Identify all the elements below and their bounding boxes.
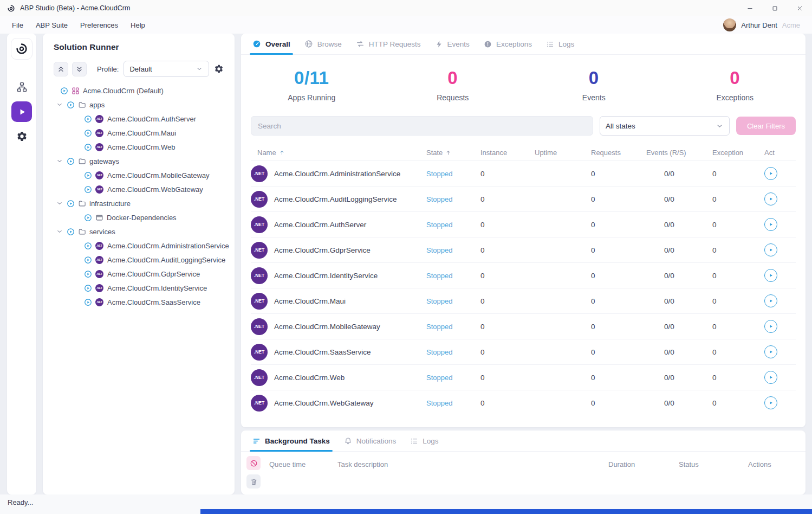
start-app-button[interactable] [764, 243, 777, 256]
start-app-button[interactable] [764, 294, 777, 307]
run-folder-icon[interactable] [67, 101, 75, 109]
tree-folder-infrastructure[interactable]: infrastructure [49, 196, 228, 210]
menu-abp-suite[interactable]: ABP Suite [36, 21, 68, 29]
start-app-button[interactable] [764, 167, 777, 180]
events-value: 0/0 [646, 221, 712, 229]
run-app-icon[interactable] [84, 129, 92, 137]
tree-item-app[interactable]: .NET Acme.CloudCrm.SaasService [49, 295, 228, 309]
tree-folder-services[interactable]: services [49, 224, 228, 239]
tree-item-app[interactable]: .NET Acme.CloudCrm.WebGateway [49, 182, 228, 196]
avatar[interactable] [723, 18, 736, 31]
dotnet-icon: .NET [251, 369, 268, 386]
start-app-button[interactable] [764, 192, 777, 205]
tenant-name: Acme [782, 21, 800, 29]
run-app-icon[interactable] [84, 171, 92, 179]
tree-item-app[interactable]: .NET Acme.CloudCrm.AuthServer [49, 112, 228, 126]
tree-folder-apps[interactable]: apps [49, 98, 228, 112]
profile-settings-button[interactable] [214, 64, 224, 74]
events-value: 0/0 [646, 323, 712, 331]
folder-icon [78, 157, 86, 165]
tree-folder-gateways[interactable]: gateways [49, 154, 228, 168]
run-folder-icon[interactable] [67, 200, 75, 208]
run-app-icon[interactable] [84, 242, 92, 250]
chevron-down-icon[interactable] [56, 228, 63, 235]
start-app-button[interactable] [764, 320, 777, 333]
tree-item-label: Acme.CloudCrm.SaasService [107, 298, 200, 306]
tree-item-label: infrastructure [89, 200, 131, 208]
run-all-icon[interactable] [60, 87, 68, 95]
table-row: .NETAcme.CloudCrm.Maui Stopped 0 0 0/0 0 [251, 288, 796, 313]
chevron-down-icon[interactable] [56, 101, 63, 108]
settings-button[interactable] [16, 131, 28, 142]
tab-label: Exceptions [496, 40, 532, 48]
dotnet-icon: .NET [251, 165, 268, 182]
tab-overall[interactable]: Overall [245, 34, 297, 54]
tab-exceptions[interactable]: Exceptions [477, 34, 539, 54]
profile-select[interactable]: Default [124, 61, 209, 77]
tab-label: Notifications [356, 437, 397, 445]
run-app-icon[interactable] [84, 256, 92, 264]
close-button[interactable] [787, 0, 812, 16]
start-app-button[interactable] [764, 218, 777, 231]
clear-filters-button[interactable]: Clear Filters [736, 117, 796, 135]
column-header-name[interactable]: Name [251, 149, 426, 157]
run-folder-icon[interactable] [67, 157, 75, 165]
tree-item-app[interactable]: .NET Acme.CloudCrm.GdprService [49, 267, 228, 281]
tab-events[interactable]: Events [428, 34, 477, 54]
minimize-button[interactable] [737, 0, 762, 16]
tree-item-app[interactable]: .NET Acme.CloudCrm.AdministrationService [49, 239, 228, 253]
run-app-icon[interactable] [84, 298, 92, 306]
tab-notifications[interactable]: Notifications [337, 431, 404, 451]
tree-item-solution-root[interactable]: Acme.CloudCrm (Default) [49, 83, 228, 98]
tab-bottom-logs[interactable]: Logs [403, 431, 445, 451]
tree-item-app[interactable]: .NET Acme.CloudCrm.IdentityService [49, 281, 228, 295]
requests-value: 0 [591, 297, 646, 305]
column-header-uptime: Uptime [535, 149, 591, 157]
tree-item-app[interactable]: .NET Acme.CloudCrm.Maui [49, 126, 228, 140]
run-app-icon[interactable] [84, 270, 92, 278]
tree-item-app[interactable]: .NET Acme.CloudCrm.AuditLoggingService [49, 253, 228, 267]
tab-label: Browse [317, 40, 342, 48]
menu-help[interactable]: Help [131, 21, 145, 29]
tree-item-app[interactable]: .NET Acme.CloudCrm.MobileGateway [49, 168, 228, 182]
column-header-state[interactable]: State [426, 149, 480, 157]
start-app-button[interactable] [764, 396, 777, 409]
clear-tasks-button[interactable] [246, 474, 261, 489]
app-name: Acme.CloudCrm.WebGateway [274, 399, 374, 407]
state-filter-select[interactable]: All states [600, 116, 730, 136]
collapse-all-button[interactable] [54, 62, 68, 76]
start-app-button[interactable] [764, 371, 777, 384]
dotnet-icon: .NET [95, 143, 103, 151]
app-name: Acme.CloudCrm.Maui [274, 297, 346, 305]
cancel-tasks-button[interactable] [246, 456, 261, 470]
tree-item-app[interactable]: .NET Acme.CloudCrm.Web [49, 140, 228, 154]
stats-row: 0/11 Apps Running 0 Requests 0 Events 0 … [241, 68, 805, 102]
tab-background-tasks[interactable]: Background Tasks [245, 431, 337, 451]
maximize-button[interactable] [762, 0, 787, 16]
solution-explorer-button[interactable] [16, 81, 28, 93]
tree-item-label: Acme.CloudCrm.AuthServer [107, 115, 196, 123]
chevron-down-icon[interactable] [56, 200, 63, 207]
run-app-icon[interactable] [84, 185, 92, 194]
tab-logs[interactable]: Logs [539, 34, 581, 54]
run-app-icon[interactable] [84, 284, 92, 292]
expand-all-button[interactable] [72, 62, 87, 76]
start-app-button[interactable] [764, 345, 777, 358]
start-app-button[interactable] [764, 269, 777, 282]
stat-label: Apps Running [241, 93, 382, 102]
run-app-icon[interactable] [84, 115, 92, 123]
search-input[interactable] [251, 116, 593, 136]
instance-value: 0 [480, 170, 535, 178]
tab-http-requests[interactable]: HTTP Requests [349, 34, 428, 54]
menu-file[interactable]: File [12, 21, 23, 29]
menu-preferences[interactable]: Preferences [80, 21, 118, 29]
user-menu[interactable]: Arthur Dent Acme [723, 18, 800, 31]
tab-browse[interactable]: Browse [297, 34, 349, 54]
column-header-queue-time: Queue time [269, 460, 337, 468]
solution-runner-button[interactable] [11, 101, 32, 122]
tree-item-docker[interactable]: Docker-Dependencies [49, 210, 228, 224]
run-app-icon[interactable] [84, 143, 92, 151]
chevron-down-icon[interactable] [56, 157, 63, 165]
run-app-icon[interactable] [84, 214, 92, 222]
run-folder-icon[interactable] [67, 228, 75, 236]
